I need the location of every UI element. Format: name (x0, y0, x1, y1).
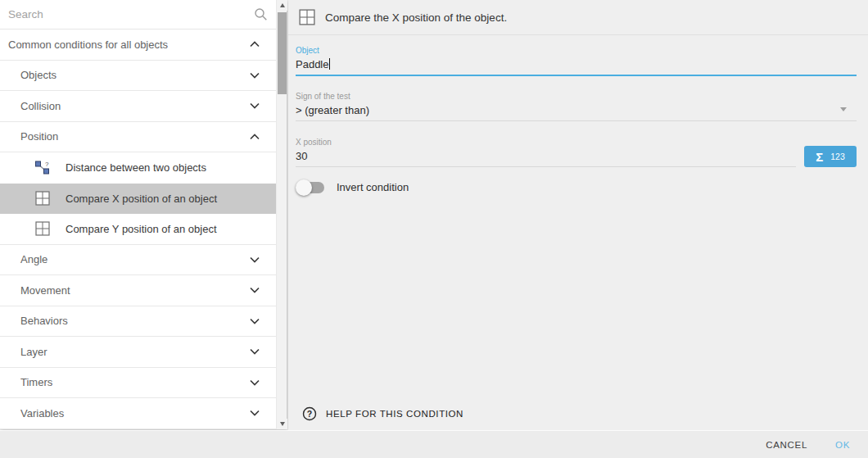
scrollbar-down-arrow-icon[interactable] (277, 419, 287, 429)
sidebar-group-angle[interactable]: Angle (0, 245, 276, 276)
x-position-value[interactable]: 30 (296, 150, 796, 166)
group-label: Variables (20, 407, 64, 419)
sign-field-label: Sign of the test (296, 92, 857, 101)
object-field-label: Object (296, 46, 857, 55)
sidebar-item-distance-between-objects[interactable]: ? Distance between two objects (0, 152, 276, 184)
search-field[interactable] (0, 0, 276, 29)
sidebar-group-variables[interactable]: Variables (0, 398, 276, 429)
condition-title: Compare the X position of the object. (325, 11, 507, 24)
condition-header: Compare the X position of the object. (288, 0, 868, 35)
sidebar-group-position[interactable]: Position (0, 122, 276, 153)
toggle-thumb (296, 179, 312, 196)
sidebar-group-layer[interactable]: Layer (0, 337, 276, 368)
x-position-label: X position (296, 138, 796, 147)
group-label: Timers (20, 376, 52, 388)
collapse-chevron-icon (250, 134, 260, 140)
svg-text:?: ? (45, 161, 49, 168)
search-input[interactable] (8, 8, 254, 20)
sidebar-scrollbar[interactable] (276, 0, 287, 429)
x-position-input[interactable]: X position 30 (296, 138, 796, 167)
text-cursor (329, 58, 330, 70)
group-label: Behaviors (20, 315, 68, 327)
expand-chevron-icon (250, 318, 260, 324)
condition-header-icon (299, 9, 315, 25)
expand-chevron-icon (250, 348, 260, 355)
sidebar-group-timers[interactable]: Timers (0, 368, 276, 399)
compare-x-position-icon (34, 190, 51, 206)
condition-label: Distance between two objects (66, 161, 206, 174)
dialog-actions-bar: CANCEL OK (0, 430, 868, 458)
expression-digits-label: 123 (830, 152, 845, 161)
invert-condition-row: Invert condition (296, 181, 857, 193)
x-position-field: X position 30 Σ 123 (296, 121, 857, 167)
expand-chevron-icon (250, 379, 260, 386)
expression-editor-button[interactable]: Σ 123 (804, 146, 857, 167)
scrollbar-up-arrow-icon[interactable] (277, 0, 287, 11)
object-field[interactable]: Object Paddle (296, 35, 857, 76)
sidebar-group-common-conditions[interactable]: Common conditions for all objects (0, 29, 276, 61)
group-label: Objects (20, 69, 57, 81)
sidebar-group-collision[interactable]: Collision (0, 91, 276, 122)
group-label: Position (20, 130, 58, 143)
group-label: Movement (20, 284, 70, 297)
condition-editor-panel: Compare the X position of the object. Ob… (288, 0, 868, 430)
invert-condition-label: Invert condition (337, 181, 409, 193)
sign-of-test-select[interactable]: Sign of the test > (greater than) (296, 76, 857, 121)
group-label: Layer (20, 346, 47, 358)
group-label: Common conditions for all objects (8, 39, 168, 51)
condition-label: Compare Y position of an object (66, 223, 217, 235)
svg-text:?: ? (307, 409, 312, 419)
group-label: Collision (20, 100, 61, 112)
expand-chevron-icon (250, 287, 260, 293)
conditions-sidebar: Common conditions for all objects Object… (0, 0, 287, 429)
scrollbar-thumb[interactable] (278, 12, 287, 94)
sidebar-group-movement[interactable]: Movement (0, 275, 276, 306)
help-label: HELP FOR THIS CONDITION (326, 409, 463, 419)
sidebar-item-compare-y-position[interactable]: Compare Y position of an object (0, 214, 276, 245)
compare-y-position-icon (34, 220, 51, 237)
expand-chevron-icon (250, 410, 260, 416)
collapse-chevron-icon (250, 41, 260, 48)
sign-field-value[interactable]: > (greater than) (296, 104, 857, 120)
help-circle-icon: ? (302, 406, 317, 421)
group-label: Angle (20, 253, 47, 265)
dropdown-arrow-icon[interactable] (840, 107, 847, 111)
ok-button[interactable]: OK (835, 440, 850, 450)
expression-sigma-icon: Σ (816, 150, 823, 164)
expand-chevron-icon (250, 102, 260, 109)
condition-label: Compare X position of an object (66, 193, 217, 205)
expand-chevron-icon (250, 72, 260, 79)
sidebar-group-behaviors[interactable]: Behaviors (0, 306, 276, 338)
cancel-button[interactable]: CANCEL (766, 440, 807, 450)
sidebar-item-compare-x-position[interactable]: Compare X position of an object (0, 184, 276, 215)
search-icon (254, 7, 268, 21)
object-field-value[interactable]: Paddle (296, 58, 857, 75)
distance-between-objects-icon: ? (34, 160, 51, 176)
sidebar-group-objects[interactable]: Objects (0, 61, 276, 92)
invert-condition-toggle[interactable] (297, 182, 324, 193)
expand-chevron-icon (250, 256, 260, 263)
help-for-condition-button[interactable]: ? HELP FOR THIS CONDITION (302, 406, 463, 421)
